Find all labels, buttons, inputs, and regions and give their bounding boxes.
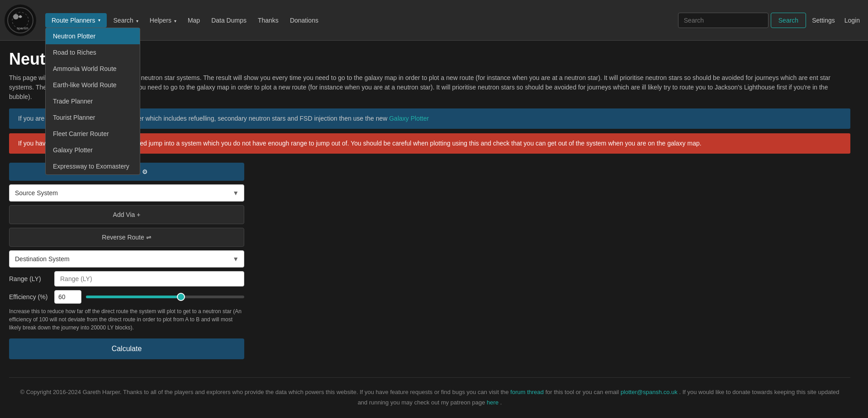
search-btn-label: Search — [778, 17, 798, 24]
chevron-down-icon: ▾ — [98, 18, 100, 23]
search-button[interactable]: Search — [771, 13, 806, 28]
footer-copyright: © Copyright 2016-2024 Gareth Harper. Tha… — [20, 389, 508, 395]
login-link[interactable]: Login — [841, 13, 863, 28]
route-planners-label: Route Planners — [52, 17, 95, 24]
footer: © Copyright 2016-2024 Gareth Harper. Tha… — [9, 377, 850, 417]
range-row: Range (LY) — [9, 271, 244, 286]
donations-button[interactable]: Donations — [285, 13, 323, 28]
brand: spansh — [5, 5, 36, 36]
efficiency-label: Efficiency (%) — [9, 293, 50, 301]
footer-email: plotter@spansh.co.uk — [621, 389, 678, 395]
nav-search-area: Search Settings Login — [678, 13, 863, 28]
add-via-label: Add Via + — [113, 211, 141, 218]
search-chevron-icon: ▾ — [136, 19, 138, 23]
helpers-button[interactable]: Helpers ▾ — [145, 13, 181, 28]
forum-thread-label: forum thread — [510, 389, 544, 395]
range-label: Range (LY) — [9, 275, 50, 282]
source-system-row: Source System ▼ — [9, 184, 244, 202]
calculate-label: Calculate — [112, 345, 142, 352]
menu-item-ammonia-world-route[interactable]: Ammonia World Route — [46, 61, 140, 77]
hide-search-icon: ⚙ — [142, 168, 148, 175]
destination-system-row: Destination System ▼ — [9, 250, 244, 268]
menu-item-tourist-planner[interactable]: Tourist Planner — [46, 109, 140, 126]
settings-label: Settings — [812, 17, 835, 24]
settings-link[interactable]: Settings — [808, 13, 839, 28]
calculate-button[interactable]: Calculate — [9, 338, 244, 359]
reverse-route-button[interactable]: Reverse Route ⇌ — [9, 228, 244, 247]
menu-item-neutron-plotter[interactable]: Neutron Plotter — [46, 28, 140, 44]
menu-item-earth-like-world-route[interactable]: Earth-like World Route — [46, 77, 140, 93]
source-system-select[interactable]: Source System — [9, 184, 244, 202]
efficiency-row: Efficiency (%) — [9, 290, 244, 304]
map-label: Map — [188, 17, 200, 24]
reverse-route-label: Reverse Route ⇌ — [102, 234, 151, 241]
menu-item-trade-planner[interactable]: Trade Planner — [46, 93, 140, 109]
thanks-button[interactable]: Thanks — [253, 13, 283, 28]
navbar: spansh Route Planners ▾ Neutron Plotter … — [0, 0, 868, 41]
efficiency-description: Increase this to reduce how far off the … — [9, 307, 244, 332]
helpers-label: Helpers — [150, 17, 171, 24]
galaxy-plotter-label: Galaxy Plotter — [389, 115, 429, 122]
menu-item-expressway-to-exomastery[interactable]: Expressway to Exomastery — [46, 158, 140, 174]
efficiency-number-input[interactable] — [54, 290, 81, 304]
search-nav-label: Search — [114, 17, 133, 24]
slider-track — [86, 296, 244, 298]
search-nav-button[interactable]: Search ▾ — [109, 13, 143, 28]
donations-label: Donations — [290, 17, 318, 24]
thanks-label: Thanks — [258, 17, 279, 24]
route-planners-menu: Neutron Plotter Road to Riches Ammonia W… — [45, 28, 140, 175]
efficiency-slider-container — [86, 291, 244, 302]
svg-text:spansh: spansh — [17, 26, 28, 30]
add-via-button[interactable]: Add Via + — [9, 205, 244, 224]
destination-system-select[interactable]: Destination System — [9, 250, 244, 268]
patreon-link[interactable]: here — [487, 399, 500, 406]
brand-logo: spansh — [5, 5, 36, 36]
forum-thread-link[interactable]: forum thread — [510, 389, 545, 395]
range-input[interactable] — [54, 271, 244, 286]
data-dumps-button[interactable]: Data Dumps — [207, 13, 251, 28]
menu-item-galaxy-plotter[interactable]: Galaxy Plotter — [46, 142, 140, 158]
form-area: Hide Search ⚙ Source System ▼ Add Via + … — [9, 163, 244, 368]
galaxy-plotter-link[interactable]: Galaxy Plotter — [389, 115, 429, 122]
nav-items: Route Planners ▾ Neutron Plotter Road to… — [45, 13, 678, 28]
data-dumps-label: Data Dumps — [211, 17, 247, 24]
menu-item-road-to-riches[interactable]: Road to Riches — [46, 44, 140, 61]
login-label: Login — [844, 17, 860, 24]
svg-point-2 — [13, 14, 19, 19]
slider-thumb[interactable] — [177, 293, 185, 301]
helpers-chevron-icon: ▾ — [174, 19, 176, 23]
email-link[interactable]: plotter@spansh.co.uk — [621, 389, 679, 395]
map-button[interactable]: Map — [183, 13, 204, 28]
footer-period: . — [500, 399, 502, 406]
search-input[interactable] — [678, 13, 768, 28]
route-planners-dropdown[interactable]: Route Planners ▾ Neutron Plotter Road to… — [45, 13, 107, 28]
footer-patreon-label: here — [487, 399, 498, 406]
slider-fill — [86, 296, 181, 298]
footer-text: © Copyright 2016-2024 Gareth Harper. Tha… — [18, 387, 841, 408]
route-planners-button[interactable]: Route Planners ▾ — [45, 13, 107, 28]
menu-item-fleet-carrier-router[interactable]: Fleet Carrier Router — [46, 126, 140, 142]
footer-email-text: for this tool or you can email — [545, 389, 619, 395]
